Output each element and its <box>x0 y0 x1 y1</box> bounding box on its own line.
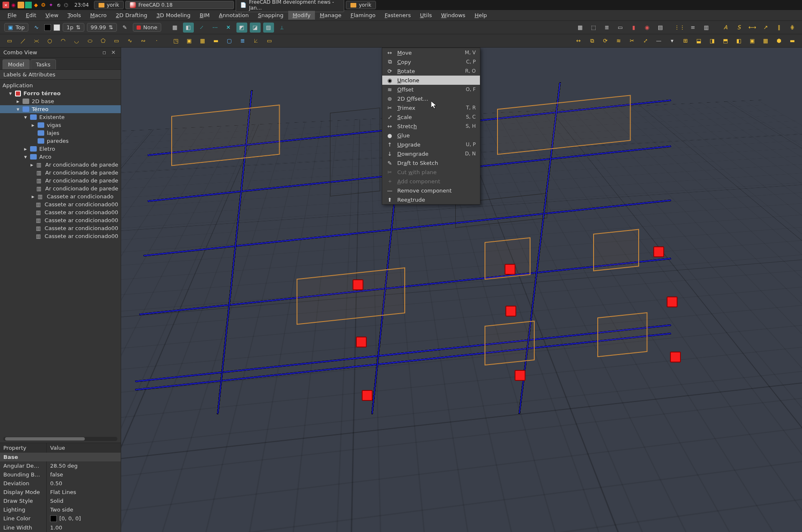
grid-toggle-icon[interactable]: ▦ <box>170 23 180 33</box>
selection-node[interactable] <box>356 337 367 347</box>
menu-macro[interactable]: Macro <box>86 11 111 20</box>
selection-node[interactable] <box>353 279 363 290</box>
tool-report-icon[interactable]: ▤ <box>655 23 666 33</box>
tab-model[interactable]: Model <box>3 59 30 69</box>
mod-comp-icon[interactable]: ▣ <box>747 36 758 46</box>
debian-icon[interactable]: ◉ <box>10 2 17 8</box>
mod-diff-icon[interactable]: ◧ <box>733 36 744 46</box>
selection-node[interactable] <box>505 306 516 317</box>
3d-viewport[interactable]: ↔MoveM, V⧉CopyC, P⟳RotateR, O◉Unclone≋Of… <box>121 48 802 532</box>
menu-utils[interactable]: Utils <box>416 11 436 20</box>
menu-item-rotate[interactable]: ⟳RotateR, O <box>382 66 480 76</box>
draw-rect-icon[interactable]: ▭ <box>111 36 122 46</box>
expand-toggle-icon[interactable]: ▾ <box>8 90 13 96</box>
tree-item[interactable]: ▥Cassete ar condicionado00 <box>0 208 121 216</box>
expand-toggle-icon[interactable]: ▸ <box>23 146 28 152</box>
arch-window-icon[interactable]: ▢ <box>224 36 235 46</box>
tree-item[interactable]: ▸Eletro <box>0 145 121 153</box>
tool-sheet-icon[interactable]: ▭ <box>615 23 626 33</box>
taskbar-item-1[interactable]: FreeCAD 0.18 <box>125 1 234 9</box>
tree-item[interactable]: paredes <box>0 137 121 145</box>
menu-manage[interactable]: Manage <box>316 11 346 20</box>
menu-item-draft-to-sketch[interactable]: ✎Draft to Sketch <box>382 158 480 167</box>
menu-help[interactable]: Help <box>470 11 491 20</box>
mod-scale-icon[interactable]: ⤢ <box>640 36 651 46</box>
menu-item-scale[interactable]: ⤢ScaleS, C <box>382 112 480 122</box>
draw-ellipse-icon[interactable]: ⬭ <box>84 36 95 46</box>
property-value[interactable]: 28.50 deg <box>47 461 81 470</box>
selection-node[interactable] <box>515 370 525 381</box>
menu-view[interactable]: View <box>41 11 63 20</box>
menu-item-remove-component[interactable]: —Remove component <box>382 186 480 195</box>
tool-chart-icon[interactable]: ▮ <box>628 23 639 33</box>
menu-windows[interactable]: Windows <box>437 11 470 20</box>
snap-angle-icon[interactable]: ✕ <box>223 23 234 33</box>
tree-item[interactable]: ▥Cassete ar condicionado00 <box>0 200 121 208</box>
menu-item-upgrade[interactable]: ↑UpgradeU, P <box>382 140 480 149</box>
menu-annotation[interactable]: Annotation <box>215 11 253 20</box>
arch-floor-icon[interactable]: ▬ <box>211 36 221 46</box>
tree-root[interactable]: Application <box>0 81 121 89</box>
mod-copy-icon[interactable]: ⧉ <box>586 36 597 46</box>
mod-shape-icon[interactable]: ▬ <box>787 36 798 46</box>
picker-icon[interactable]: ✎ <box>119 23 130 33</box>
tree-item[interactable]: ▾Arco <box>0 153 121 161</box>
axis-icon[interactable]: ‖ <box>774 23 784 33</box>
arch-roof-icon[interactable]: ⟀ <box>251 36 261 46</box>
menu-edit[interactable]: Edit <box>22 11 41 20</box>
property-value[interactable]: 1.00 <box>47 523 66 532</box>
taskbar-item-2[interactable]: 📄FreeCAD BIM development news - Jan… <box>236 0 344 12</box>
expand-toggle-icon[interactable]: ▾ <box>16 106 20 112</box>
selection-node[interactable] <box>667 296 678 307</box>
menu-tools[interactable]: Tools <box>63 11 85 20</box>
property-row[interactable]: Deviation0.50 <box>0 479 121 488</box>
tool-box-icon[interactable]: ▦ <box>575 23 586 33</box>
draw-bspline-icon[interactable]: ∿ <box>124 36 135 46</box>
color-swatch-black[interactable] <box>44 24 51 31</box>
taskbar-item-3[interactable]: yorik <box>346 1 376 9</box>
tree-item[interactable]: ▸vigas <box>0 121 121 129</box>
menu-item-offset[interactable]: ≋OffsetO, F <box>382 85 480 94</box>
tree-item[interactable]: ▥Ar condicionado de parede <box>0 169 121 177</box>
menu-item-copy[interactable]: ⧉CopyC, P <box>382 57 480 66</box>
tree-item[interactable]: ▥Cassete ar condicionado00 <box>0 232 121 240</box>
mod-array-icon[interactable]: ⊞ <box>680 36 691 46</box>
selection-node[interactable] <box>670 352 681 362</box>
mod-extrude-icon[interactable]: ⬓ <box>693 36 704 46</box>
snap-mid-icon[interactable]: ⟋ <box>196 23 207 33</box>
draw-arc3-icon[interactable]: ◡ <box>71 36 82 46</box>
menu-item-reextrude[interactable]: ⬆Reextrude <box>382 195 480 204</box>
tree-item[interactable]: lajes <box>0 129 121 137</box>
model-tree[interactable]: Application ▾Forro térreo▸2D base▾Térreo… <box>0 80 121 435</box>
view-orientation-button[interactable]: ▣ Top <box>4 23 28 32</box>
tree-item[interactable]: ▥Cassete ar condicionado00 <box>0 224 121 232</box>
snap-par-icon[interactable]: ⟂ <box>277 23 287 33</box>
expand-toggle-icon[interactable]: ▾ <box>23 114 28 120</box>
annot-a-icon[interactable]: A <box>720 23 731 33</box>
property-row[interactable]: Line Width1.00 <box>0 523 121 532</box>
mod-move-icon[interactable]: ↔ <box>573 36 584 46</box>
dropdown-icon[interactable]: ▾ <box>667 36 678 46</box>
scrollbar-thumb[interactable] <box>5 437 85 441</box>
tree-item[interactable]: ▾Térreo <box>0 105 121 113</box>
leader-icon[interactable]: ↗ <box>760 23 771 33</box>
arch-panel-icon[interactable]: ▭ <box>264 36 275 46</box>
draw-bezier-icon[interactable]: ∾ <box>138 36 149 46</box>
mod-simple-icon[interactable]: ▦ <box>760 36 771 46</box>
horizontal-scrollbar[interactable] <box>3 437 117 441</box>
property-value[interactable]: false <box>47 470 66 479</box>
menu-item-downgrade[interactable]: ↓DowngradeD, N <box>382 149 480 158</box>
dim-icon[interactable]: ⟷ <box>747 23 758 33</box>
property-row[interactable]: Bounding B…false <box>0 470 121 479</box>
menu-3d-modeling[interactable]: 3D Modeling <box>152 11 195 20</box>
tree-item[interactable]: ▸▥Ar condicionado de parede <box>0 161 121 169</box>
app-icon-5[interactable]: ⎋ <box>55 2 62 8</box>
menu-item-stretch[interactable]: ↔StretchS, H <box>382 122 480 131</box>
app-icon-3[interactable]: ◆ <box>33 2 39 8</box>
tree-item[interactable]: ▾Existente <box>0 113 121 121</box>
expand-toggle-icon[interactable]: ▸ <box>16 98 20 104</box>
tab-tasks[interactable]: Tasks <box>30 59 56 69</box>
selection-node[interactable] <box>505 264 515 275</box>
color-swatch-grey[interactable] <box>53 24 60 31</box>
arch-rebar-icon[interactable]: ▦ <box>197 36 208 46</box>
